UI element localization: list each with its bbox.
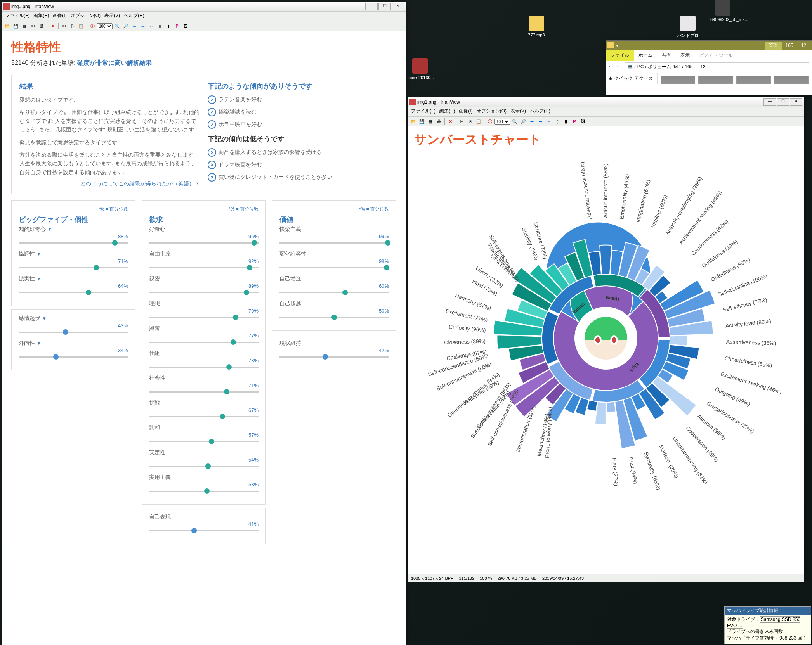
- chevron-down-icon[interactable]: ▼: [36, 276, 41, 282]
- zoom-in-icon[interactable]: 🔎: [122, 22, 130, 30]
- back-icon[interactable]: ←: [608, 64, 613, 69]
- thumbnail[interactable]: [774, 76, 809, 84]
- close-x-icon[interactable]: ✕: [446, 118, 454, 125]
- thumbnail[interactable]: [661, 76, 695, 84]
- first-icon[interactable]: ↔: [545, 118, 553, 125]
- menu-file[interactable]: ファイル(F): [3, 12, 31, 20]
- menu-help[interactable]: ヘルプ(H): [122, 12, 146, 20]
- titlebar[interactable]: img0.png - IrfanView — ☐ ✕: [2, 2, 406, 12]
- forward-icon[interactable]: →: [614, 64, 619, 69]
- image-icon[interactable]: 🖼: [182, 22, 189, 30]
- prev-icon[interactable]: ⬅: [130, 22, 138, 30]
- close-button[interactable]: ✕: [790, 98, 802, 106]
- desktop-icon-img[interactable]: 69599202_p0_ma...: [710, 0, 735, 22]
- desktop-icon-app[interactable]: バンドプロデューサー5: [675, 16, 700, 44]
- trait-percent: 50%: [323, 308, 389, 314]
- close-x-icon[interactable]: ✕: [49, 22, 57, 30]
- chevron-down-icon[interactable]: ▼: [42, 316, 47, 321]
- slideshow-icon[interactable]: ▦: [21, 22, 28, 30]
- desktop-icon-mp3[interactable]: 777.mp3: [524, 16, 549, 37]
- maximize-button[interactable]: ☐: [378, 3, 391, 10]
- menu-options[interactable]: オプション(O): [475, 108, 508, 116]
- zoom-select[interactable]: 100: [97, 23, 113, 29]
- how-results-link[interactable]: どのようにしてこの結果が得られたか（英語）？: [80, 180, 200, 187]
- minimize-button[interactable]: —: [763, 98, 776, 106]
- slideshow-icon[interactable]: ▦: [427, 118, 434, 125]
- menu-image[interactable]: 画像(I): [457, 108, 474, 116]
- trait-row: 理想79%: [149, 300, 259, 318]
- maximize-button[interactable]: ☐: [777, 98, 789, 106]
- p-icon[interactable]: P: [173, 22, 181, 30]
- menu-edit[interactable]: 編集(E): [438, 108, 456, 116]
- chevron-down-icon[interactable]: ▼: [36, 251, 41, 257]
- menu-help[interactable]: ヘルプ(H): [528, 108, 552, 116]
- save-icon[interactable]: 💾: [12, 22, 20, 30]
- open-icon[interactable]: 📂: [3, 22, 11, 30]
- minimize-button[interactable]: —: [365, 3, 378, 10]
- menu-edit[interactable]: 編集(E): [32, 12, 50, 20]
- prev-icon[interactable]: ⬅: [528, 118, 536, 125]
- paste-icon[interactable]: 📋: [475, 118, 482, 125]
- tendencies-low-heading: 下記の傾向は低そうです________: [208, 134, 388, 144]
- print-icon[interactable]: 🖶: [38, 22, 45, 30]
- trait-label: 外向性▼: [19, 340, 128, 347]
- ribbon-home[interactable]: ホーム: [634, 50, 657, 61]
- tool-a-icon[interactable]: ▯: [553, 118, 561, 125]
- check-icon: ✓: [208, 95, 216, 104]
- first-icon[interactable]: ↔: [147, 22, 155, 30]
- zoom-out-icon[interactable]: 🔍: [113, 22, 121, 30]
- save-icon[interactable]: 💾: [418, 118, 426, 125]
- trait-row: 自己超越50%: [279, 300, 389, 318]
- menu-file[interactable]: ファイル(F): [409, 108, 437, 116]
- image-icon[interactable]: 🖼: [579, 118, 587, 125]
- menu-view[interactable]: 表示(V): [103, 12, 121, 20]
- trait-label: 快楽主義: [279, 226, 389, 233]
- ribbon-file[interactable]: ファイル: [606, 50, 634, 61]
- thumbnail[interactable]: [736, 76, 771, 84]
- trait-label: 現状維持: [279, 340, 389, 347]
- explorer-file-pane[interactable]: [658, 73, 812, 84]
- menu-view[interactable]: 表示(V): [509, 108, 527, 116]
- delete-icon[interactable]: ✂: [29, 22, 37, 30]
- tool-b-icon[interactable]: ▮: [165, 22, 172, 30]
- p-icon[interactable]: P: [571, 118, 578, 125]
- zoom-in-icon[interactable]: 🔎: [519, 118, 527, 125]
- trait-label: 実用主義: [149, 474, 259, 481]
- copy-icon[interactable]: ⎘: [69, 22, 76, 30]
- chevron-down-icon[interactable]: ▼: [36, 341, 41, 346]
- menu-options[interactable]: オプション(O): [69, 12, 102, 20]
- ribbon-picture-tools[interactable]: ピクチャ ツール: [694, 50, 737, 61]
- titlebar[interactable]: img1.png - IrfanView — ☐ ✕: [408, 97, 804, 107]
- ribbon-view[interactable]: 表示: [676, 50, 694, 61]
- next-icon[interactable]: ➡: [536, 118, 544, 125]
- address-bar[interactable]: ← → ↑ 💻 › PC › ボリューム (M:) › 165___12: [606, 61, 812, 73]
- up-icon[interactable]: ↑: [621, 64, 623, 69]
- tool-b-icon[interactable]: ▮: [562, 118, 570, 125]
- tool-a-icon[interactable]: ▯: [156, 22, 164, 30]
- trait-label: 自己超越: [279, 300, 389, 307]
- cut-icon[interactable]: ✂: [458, 118, 465, 125]
- next-icon[interactable]: ➡: [139, 22, 147, 30]
- paste-icon[interactable]: 📋: [77, 22, 85, 30]
- info-icon[interactable]: ⓘ: [486, 118, 494, 125]
- close-button[interactable]: ✕: [392, 3, 404, 10]
- open-icon[interactable]: 📂: [409, 118, 417, 125]
- zoom-select[interactable]: 100: [494, 119, 510, 125]
- trait-row: 仕組73%: [149, 350, 259, 368]
- cut-icon[interactable]: ✂: [60, 22, 68, 30]
- explorer-titlebar[interactable]: ▾ 管理 165___12: [606, 41, 812, 50]
- copy-icon[interactable]: ⎘: [466, 118, 474, 125]
- trait-knob: [384, 265, 389, 270]
- thumbnail[interactable]: [698, 76, 733, 84]
- print-icon[interactable]: 🖶: [435, 118, 443, 125]
- ribbon-share[interactable]: 共有: [657, 50, 676, 61]
- desktop-icon-access[interactable]: ccess20160...: [408, 58, 432, 80]
- info-icon[interactable]: ⓘ: [88, 22, 96, 30]
- zoom-out-icon[interactable]: 🔍: [511, 118, 519, 125]
- explorer-manage-tab[interactable]: 管理: [765, 42, 782, 50]
- chevron-down-icon[interactable]: ▼: [47, 227, 52, 232]
- trait-percent: 60%: [332, 283, 389, 289]
- menu-image[interactable]: 画像(I): [51, 12, 68, 20]
- quick-access[interactable]: ★ クイック アクセス: [608, 75, 655, 82]
- percentile-note: *% = 百分位数: [19, 206, 128, 213]
